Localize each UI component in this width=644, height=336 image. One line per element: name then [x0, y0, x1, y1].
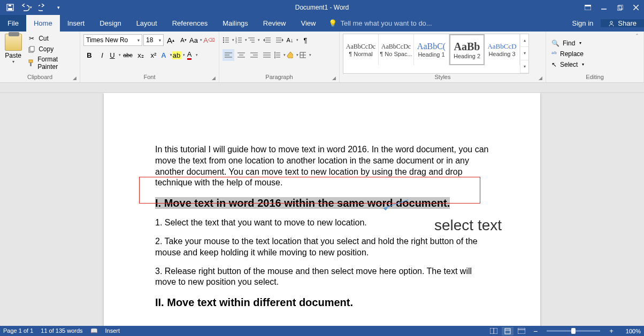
subscript-button[interactable]: x₂	[135, 49, 147, 61]
svg-rect-14	[30, 62, 32, 66]
tell-me-search[interactable]: 💡 Tell me what you want to do...	[328, 15, 432, 32]
style-heading-3[interactable]: AaBbCcDHeading 3	[485, 34, 520, 65]
svg-rect-4	[585, 5, 591, 6]
font-name-combo[interactable]: Times New Ro▾	[83, 34, 142, 46]
svg-rect-58	[505, 329, 510, 334]
cut-button[interactable]: ✂Cut	[25, 34, 76, 43]
qat-customize-button[interactable]: ▾	[51, 1, 65, 14]
tab-home[interactable]: Home	[26, 15, 60, 32]
style-scroll-up[interactable]: ▴	[520, 34, 528, 47]
underline-button[interactable]: U	[109, 49, 121, 61]
paste-button[interactable]: Paste ▾	[3, 34, 23, 64]
style-scroll-down[interactable]: ▾	[520, 47, 528, 60]
title-bar: ▾ ▾ Document1 - Word	[0, 0, 644, 15]
tab-view[interactable]: View	[293, 15, 323, 32]
minimize-button[interactable]	[596, 1, 612, 14]
tab-file[interactable]: File	[0, 15, 26, 32]
change-case-button[interactable]: Aa	[190, 34, 202, 46]
redo-button[interactable]	[35, 1, 49, 14]
status-mode[interactable]: Insert	[105, 327, 120, 334]
heading[interactable]: I. Move text in word 2016 within the sam…	[155, 196, 489, 210]
replace-button[interactable]: ᵃᵇReplace	[549, 49, 640, 59]
multilevel-list-button[interactable]	[248, 34, 260, 46]
shrink-font-button[interactable]: A▾	[178, 34, 189, 46]
line-spacing-button[interactable]	[274, 49, 286, 61]
document-area[interactable]: In this tutorial I will guide how to mov…	[0, 93, 644, 326]
numbering-button[interactable]: 123	[235, 34, 247, 46]
zoom-out-button[interactable]: −	[530, 327, 541, 335]
format-painter-button[interactable]: Format Painter	[25, 55, 76, 71]
status-proofing[interactable]: 📖	[90, 327, 98, 334]
styles-launcher[interactable]: ◢	[537, 75, 543, 81]
font-size-combo[interactable]: 18▾	[143, 34, 164, 46]
zoom-in-button[interactable]: +	[605, 327, 617, 335]
paragraph[interactable]: 3. Release right button of the mouse and…	[155, 266, 489, 288]
sort-button[interactable]: A↓	[287, 34, 298, 46]
tab-insert[interactable]: Insert	[60, 15, 93, 32]
web-layout-button[interactable]	[516, 327, 527, 335]
superscript-button[interactable]: x²	[148, 49, 159, 61]
svg-rect-12	[30, 46, 34, 51]
paragraph[interactable]: 2. Take your mouse to the text location …	[155, 236, 489, 259]
heading[interactable]: II. Move text within different document.	[155, 295, 489, 309]
svg-point-15	[223, 37, 224, 38]
clipboard-launcher[interactable]: ◢	[71, 75, 78, 81]
status-page[interactable]: Page 1 of 1	[3, 327, 33, 334]
font-launcher[interactable]: ◢	[210, 75, 217, 81]
text-effects-button[interactable]: A	[160, 49, 172, 61]
shading-button[interactable]	[287, 49, 298, 61]
font-color-button[interactable]: A	[186, 49, 198, 61]
highlight-button[interactable]: ab	[173, 49, 185, 61]
italic-button[interactable]: I	[96, 49, 108, 61]
print-layout-button[interactable]	[502, 327, 513, 335]
share-button[interactable]: Share	[601, 19, 644, 27]
status-word-count[interactable]: 11 of 135 words	[41, 327, 82, 334]
style-expand[interactable]: ▾	[520, 60, 528, 73]
style-heading-1[interactable]: AaBbC(Heading 1	[414, 34, 449, 65]
page[interactable]: In this tutorial I will guide how to mov…	[104, 93, 540, 326]
show-marks-button[interactable]: ¶	[300, 34, 311, 46]
zoom-percent[interactable]: 100%	[619, 328, 641, 334]
style-gallery: AaBbCcDc¶ Normal AaBbCcDc¶ No Spac... Aa…	[343, 34, 529, 74]
read-mode-button[interactable]	[488, 327, 500, 335]
tab-design[interactable]: Design	[92, 15, 128, 32]
select-button[interactable]: ↖Select▾	[549, 60, 640, 69]
increase-indent-button[interactable]	[274, 34, 286, 46]
align-right-button[interactable]	[248, 49, 260, 61]
restore-button[interactable]	[612, 1, 628, 14]
tab-layout[interactable]: Layout	[129, 15, 165, 32]
save-button[interactable]	[3, 1, 17, 14]
copy-button[interactable]: Copy	[25, 44, 76, 54]
svg-rect-1	[8, 8, 12, 10]
tab-mailings[interactable]: Mailings	[215, 15, 256, 32]
paragraph-launcher[interactable]: ◢	[331, 75, 337, 81]
tab-review[interactable]: Review	[256, 15, 294, 32]
svg-line-55	[384, 200, 408, 208]
style-normal[interactable]: AaBbCcDc¶ Normal	[343, 34, 379, 65]
find-button[interactable]: 🔍Find▾	[549, 38, 640, 48]
horizontal-ruler[interactable]	[0, 83, 644, 93]
grow-font-button[interactable]: A▴	[165, 34, 177, 46]
strikethrough-button[interactable]: abc	[122, 49, 134, 61]
find-label: Find	[563, 40, 575, 47]
clear-formatting-button[interactable]: A⌫	[203, 34, 215, 46]
align-left-button[interactable]	[223, 49, 234, 61]
zoom-slider[interactable]	[547, 330, 600, 332]
borders-button[interactable]	[300, 49, 311, 61]
chevron-down-icon: ▾	[3, 59, 23, 64]
collapse-ribbon-button[interactable]: ˆ	[632, 32, 642, 41]
undo-button[interactable]: ▾	[19, 1, 33, 14]
decrease-indent-button[interactable]	[261, 34, 273, 46]
bold-button[interactable]: B	[83, 49, 95, 61]
tab-references[interactable]: References	[165, 15, 215, 32]
annotation-arrow	[384, 199, 408, 215]
bullets-button[interactable]	[223, 34, 234, 46]
style-no-spacing[interactable]: AaBbCcDc¶ No Spac...	[379, 34, 414, 65]
close-button[interactable]	[628, 1, 644, 14]
paragraph[interactable]: In this tutorial I will guide how to mov…	[155, 144, 489, 189]
align-center-button[interactable]	[235, 49, 247, 61]
sign-in-button[interactable]: Sign in	[565, 19, 601, 27]
style-heading-2[interactable]: AaBbHeading 2	[449, 34, 485, 65]
justify-button[interactable]	[261, 49, 273, 61]
ribbon-display-options-button[interactable]	[580, 1, 596, 14]
